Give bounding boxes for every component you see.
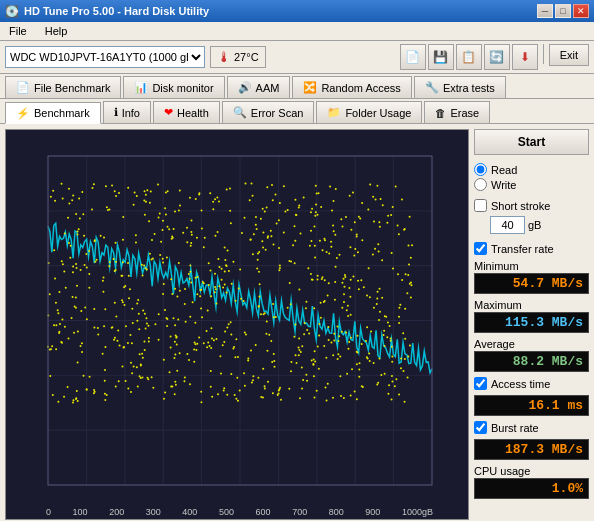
access-time-checkbox[interactable] <box>474 377 487 390</box>
toolbar-icons: 📄 💾 📋 🔄 ⬇ Exit <box>400 44 589 70</box>
transfer-rate-checkbox[interactable] <box>474 242 487 255</box>
maximize-button[interactable]: □ <box>555 4 571 18</box>
disk-monitor-icon: 📊 <box>134 81 148 94</box>
help-menu[interactable]: Help <box>41 24 72 38</box>
toolbar: WDC WD10JPVT-16A1YT0 (1000 gB) 🌡 27°C 📄 … <box>0 41 594 74</box>
health-icon: ❤ <box>164 106 173 119</box>
start-button[interactable]: Start <box>474 129 589 155</box>
read-radio-row: Read <box>474 163 589 176</box>
temperature-display: 🌡 27°C <box>210 46 266 68</box>
benchmark-chart <box>6 130 469 520</box>
access-time-value: 16.1 ms <box>474 395 589 416</box>
info-icon: ℹ <box>114 106 118 119</box>
tabs-row2: ⚡ Benchmark ℹ Info ❤ Health 🔍 Error Scan… <box>0 99 594 124</box>
burst-rate-value: 187.3 MB/s <box>474 439 589 460</box>
title-bar: 💽 HD Tune Pro 5.00 - Hard Disk Utility ─… <box>0 0 594 22</box>
random-access-icon: 🔀 <box>303 81 317 94</box>
toolbar-btn-2[interactable]: 💾 <box>428 44 454 70</box>
average-stat: Average 88.2 MB/s <box>474 338 589 372</box>
tab-erase[interactable]: 🗑 Erase <box>424 101 490 123</box>
file-menu[interactable]: File <box>5 24 31 38</box>
toolbar-btn-5[interactable]: ⬇ <box>512 44 538 70</box>
tab-random-access[interactable]: 🔀 Random Access <box>292 76 411 98</box>
extra-tests-icon: 🔧 <box>425 81 439 94</box>
toolbar-separator <box>543 44 544 64</box>
menu-bar: File Help <box>0 22 594 41</box>
write-radio-row: Write <box>474 178 589 191</box>
minimum-stat: Minimum 54.7 MB/s <box>474 260 589 294</box>
stroke-value-input[interactable] <box>490 216 525 234</box>
window-controls: ─ □ ✕ <box>537 4 589 18</box>
tabs-row1: 📄 File Benchmark 📊 Disk monitor 🔊 AAM 🔀 … <box>0 74 594 99</box>
error-scan-icon: 🔍 <box>233 106 247 119</box>
access-time-stat: 16.1 ms <box>474 395 589 416</box>
folder-usage-icon: 📁 <box>327 106 341 119</box>
maximum-value: 115.3 MB/s <box>474 312 589 333</box>
tab-error-scan[interactable]: 🔍 Error Scan <box>222 101 315 123</box>
window-icon: 💽 <box>5 5 19 18</box>
burst-rate-stat: 187.3 MB/s <box>474 439 589 460</box>
access-time-check-row: Access time <box>474 377 589 390</box>
toolbar-btn-3[interactable]: 📋 <box>456 44 482 70</box>
toolbar-btn-1[interactable]: 📄 <box>400 44 426 70</box>
stroke-value-row: gB <box>474 216 589 238</box>
short-stroke-row: Short stroke <box>474 199 589 212</box>
aam-icon: 🔊 <box>238 81 252 94</box>
tab-health[interactable]: ❤ Health <box>153 101 220 123</box>
average-value: 88.2 MB/s <box>474 351 589 372</box>
read-write-group: Read Write <box>474 160 589 194</box>
tab-info[interactable]: ℹ Info <box>103 101 151 123</box>
transfer-rate-row: Transfer rate <box>474 242 589 255</box>
toolbar-btn-4[interactable]: 🔄 <box>484 44 510 70</box>
cpu-usage-value: 1.0% <box>474 478 589 499</box>
benchmark-icon: ⚡ <box>16 107 30 120</box>
tab-file-benchmark[interactable]: 📄 File Benchmark <box>5 76 121 98</box>
close-button[interactable]: ✕ <box>573 4 589 18</box>
tab-benchmark[interactable]: ⚡ Benchmark <box>5 102 101 124</box>
right-panel: Start Read Write Short stroke gB <box>474 129 589 520</box>
tab-disk-monitor[interactable]: 📊 Disk monitor <box>123 76 224 98</box>
read-radio[interactable] <box>474 163 487 176</box>
drive-select[interactable]: WDC WD10JPVT-16A1YT0 (1000 gB) <box>5 46 205 68</box>
cpu-usage-stat: CPU usage 1.0% <box>474 465 589 499</box>
main-content: MB/s ms 150 125 100 75 50 25 0 60 50 40 … <box>0 124 594 521</box>
minimum-value: 54.7 MB/s <box>474 273 589 294</box>
window-title: 💽 HD Tune Pro 5.00 - Hard Disk Utility <box>5 5 209 18</box>
maximum-stat: Maximum 115.3 MB/s <box>474 299 589 333</box>
minimize-button[interactable]: ─ <box>537 4 553 18</box>
x-axis-labels: 0 100 200 300 400 500 600 700 800 900 10… <box>46 507 433 517</box>
tab-folder-usage[interactable]: 📁 Folder Usage <box>316 101 422 123</box>
burst-rate-checkbox[interactable] <box>474 421 487 434</box>
write-radio[interactable] <box>474 178 487 191</box>
thermometer-icon: 🌡 <box>217 49 231 65</box>
tab-aam[interactable]: 🔊 AAM <box>227 76 291 98</box>
options-group: Short stroke gB Transfer rate <box>474 199 589 255</box>
short-stroke-checkbox[interactable] <box>474 199 487 212</box>
chart-area: MB/s ms 150 125 100 75 50 25 0 60 50 40 … <box>5 129 469 520</box>
burst-rate-check-row: Burst rate <box>474 421 589 434</box>
tab-extra-tests[interactable]: 🔧 Extra tests <box>414 76 506 98</box>
exit-button[interactable]: Exit <box>549 44 589 66</box>
erase-icon: 🗑 <box>435 107 446 119</box>
file-benchmark-icon: 📄 <box>16 81 30 94</box>
